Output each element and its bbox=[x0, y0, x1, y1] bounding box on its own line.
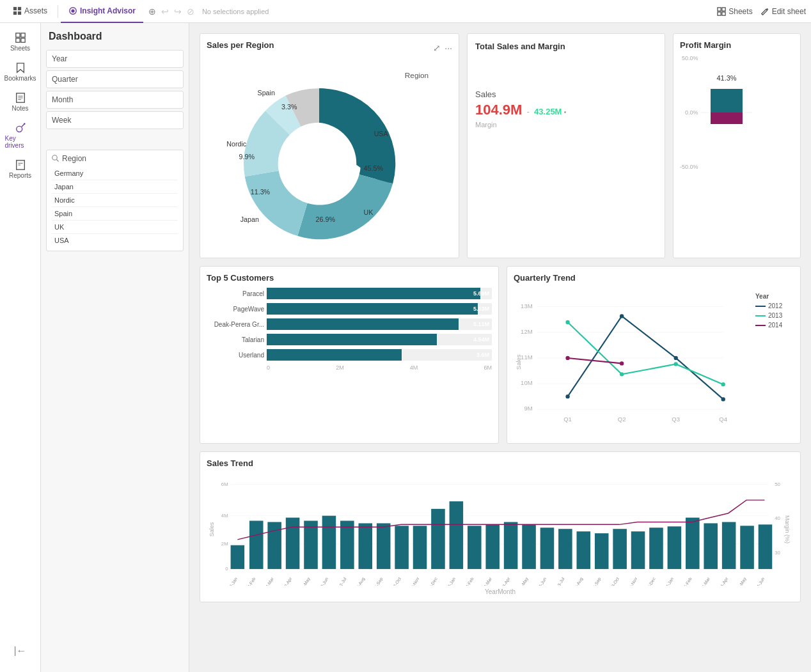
bar-fill-3: 4.54M bbox=[267, 334, 437, 345]
top-row: Sales per Region ⤢ ··· Region bbox=[200, 33, 801, 258]
nav-reports[interactable]: Reports bbox=[3, 155, 38, 183]
svg-text:26.9%: 26.9% bbox=[316, 215, 336, 223]
more-icon[interactable]: ··· bbox=[445, 43, 452, 53]
assets-icon bbox=[13, 6, 22, 15]
nav-sheets[interactable]: Sheets bbox=[3, 28, 38, 56]
svg-rect-95 bbox=[595, 533, 609, 569]
region-spain[interactable]: Spain bbox=[52, 207, 178, 221]
svg-text:Region: Region bbox=[405, 71, 429, 79]
forward-icon[interactable]: ↪ bbox=[174, 6, 182, 17]
svg-text:6M: 6M bbox=[221, 481, 228, 487]
svg-text:9.9%: 9.9% bbox=[239, 153, 255, 160]
filter-week[interactable]: Week bbox=[46, 111, 184, 129]
region-uk[interactable]: UK bbox=[52, 221, 178, 234]
y-right-label-container: Margin (%) bbox=[781, 473, 794, 586]
sales-trend-chart-container: Sales 6M 4M 2M 0 50 40 30 bbox=[207, 473, 794, 586]
svg-text:40: 40 bbox=[775, 515, 780, 521]
svg-point-58 bbox=[674, 356, 678, 360]
svg-rect-10 bbox=[15, 33, 19, 37]
dashboard-title: Dashboard bbox=[46, 31, 184, 42]
quarterly-trend-card: Quarterly Trend 13M 12M 11M 10M 9M bbox=[507, 266, 801, 444]
profit-title: Profit Margin bbox=[680, 40, 794, 50]
legend-2012: 2012 bbox=[755, 302, 794, 309]
filter-year[interactable]: Year bbox=[46, 50, 184, 68]
region-usa[interactable]: USA bbox=[52, 234, 178, 247]
bar-fill-4: 3.6M bbox=[267, 349, 402, 361]
nav-key-drivers[interactable]: Key drivers bbox=[3, 118, 38, 153]
collapse-button[interactable]: |← bbox=[8, 640, 31, 662]
svg-text:2014-Apr: 2014-Apr bbox=[716, 576, 729, 586]
bar-value-3: 4.54M bbox=[473, 336, 489, 343]
region-header: Region bbox=[52, 154, 178, 163]
bar-row-pagewave: PageWave 5.63M bbox=[207, 303, 492, 315]
filter-month[interactable]: Month bbox=[46, 91, 184, 109]
region-filter-panel: Region Germany Japan Nordic Spain UK USA bbox=[46, 150, 184, 251]
filter-quarter[interactable]: Quarter bbox=[46, 70, 184, 88]
svg-rect-96 bbox=[613, 529, 627, 569]
svg-text:13M: 13M bbox=[521, 302, 533, 309]
bar-track-2: 5.11M bbox=[267, 318, 492, 330]
region-germany[interactable]: Germany bbox=[52, 167, 178, 180]
svg-text:2013-Oct: 2013-Oct bbox=[607, 576, 620, 586]
svg-rect-100 bbox=[686, 517, 700, 568]
legend-label-2013: 2013 bbox=[768, 312, 782, 319]
svg-rect-89 bbox=[485, 524, 500, 569]
legend-2013: 2013 bbox=[755, 312, 794, 319]
assets-tab[interactable]: Assets bbox=[5, 0, 55, 23]
margin-label: Margin bbox=[475, 121, 657, 129]
nav-key-drivers-label: Key drivers bbox=[5, 135, 36, 149]
svg-text:2012-May: 2012-May bbox=[297, 576, 311, 586]
bar-fill-1: 5.63M bbox=[267, 303, 478, 315]
legend-line-2013 bbox=[755, 315, 766, 316]
clear-icon[interactable]: ⊘ bbox=[187, 6, 194, 17]
bar-1 bbox=[249, 520, 264, 568]
search-icon[interactable]: ⊕ bbox=[148, 6, 156, 17]
svg-text:Q1: Q1 bbox=[563, 416, 572, 423]
svg-rect-39 bbox=[711, 113, 743, 124]
back-icon[interactable]: ↩ bbox=[161, 6, 169, 17]
nav-bookmarks[interactable]: Bookmarks bbox=[3, 58, 38, 86]
expand-icon[interactable]: ⤢ bbox=[433, 43, 441, 53]
svg-text:2014-May: 2014-May bbox=[734, 576, 748, 586]
region-label: Region bbox=[62, 154, 86, 163]
svg-text:4M: 4M bbox=[221, 512, 228, 518]
svg-text:Q2: Q2 bbox=[618, 416, 626, 423]
sheets-button[interactable]: Sheets bbox=[717, 7, 752, 16]
svg-point-5 bbox=[71, 9, 74, 12]
edit-sheet-button[interactable]: Edit sheet bbox=[760, 7, 806, 16]
mid-row: Top 5 Customers Paracel 5.69M PageWave 5… bbox=[200, 266, 801, 444]
svg-point-64 bbox=[565, 356, 569, 360]
y-right-label: Margin (%) bbox=[784, 515, 791, 543]
svg-rect-102 bbox=[722, 522, 736, 568]
nav-notes[interactable]: Notes bbox=[3, 88, 38, 116]
svg-text:30: 30 bbox=[775, 550, 780, 556]
sidebar: Dashboard Year Quarter Month Week Region… bbox=[41, 23, 189, 672]
legend-title: Year bbox=[755, 293, 794, 300]
svg-rect-9 bbox=[722, 12, 725, 15]
region-nordic[interactable]: Nordic bbox=[52, 194, 178, 207]
topbar-separator bbox=[58, 5, 58, 18]
legend-line-2014 bbox=[755, 325, 766, 326]
svg-point-63 bbox=[721, 382, 725, 386]
edit-icon bbox=[760, 7, 769, 16]
svg-text:2012-Feb: 2012-Feb bbox=[243, 576, 256, 586]
svg-text:3.3%: 3.3% bbox=[281, 103, 297, 111]
svg-point-65 bbox=[620, 361, 624, 365]
insight-advisor-label: Insight Advisor bbox=[80, 6, 136, 15]
sheets-nav-icon bbox=[15, 32, 26, 43]
svg-rect-99 bbox=[668, 526, 682, 569]
y-left-label: Sales bbox=[209, 522, 215, 536]
svg-rect-38 bbox=[711, 89, 743, 113]
region-japan[interactable]: Japan bbox=[52, 180, 178, 194]
topbar: Assets Insight Advisor ⊕ ↩ ↪ ⊘ No select… bbox=[0, 0, 811, 23]
insight-advisor-tab[interactable]: Insight Advisor bbox=[61, 0, 143, 23]
svg-rect-83 bbox=[377, 523, 391, 569]
axis-6m: 6M bbox=[484, 364, 492, 371]
main-layout: Sheets Bookmarks Notes Key drivers Repor… bbox=[0, 23, 811, 672]
svg-text:2013-Aug: 2013-Aug bbox=[570, 576, 584, 586]
svg-text:2012-Apr: 2012-Apr bbox=[280, 576, 293, 586]
nav-notes-label: Notes bbox=[12, 105, 28, 112]
total-sales-card: Total Sales and Margin Sales 104.9M - 43… bbox=[467, 33, 665, 258]
svg-text:2013-May: 2013-May bbox=[516, 576, 530, 586]
total-sales-title: Total Sales and Margin bbox=[475, 42, 657, 51]
